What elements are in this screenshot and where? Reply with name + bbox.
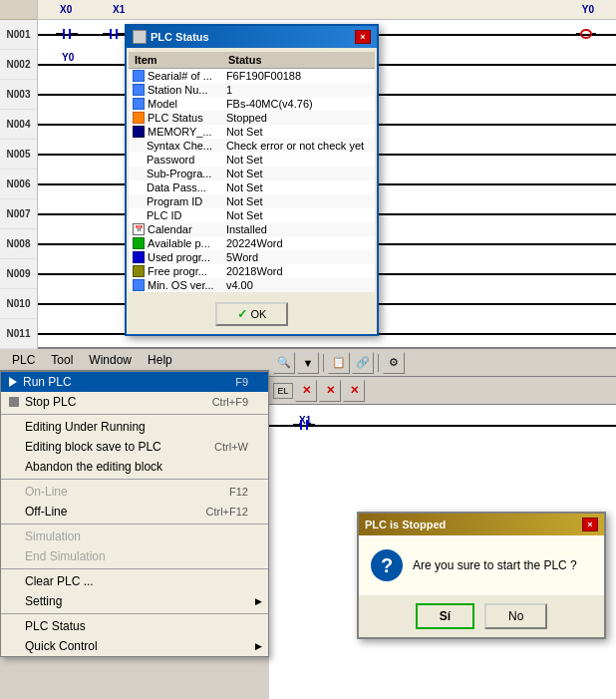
- si-button[interactable]: Sí: [416, 603, 474, 629]
- dialog-icon: [133, 30, 147, 44]
- menu-shortcut-0: F9: [235, 376, 248, 388]
- calendar-icon: 📅: [133, 223, 145, 235]
- menu-label-10: Simulation: [25, 529, 81, 543]
- status-row-value-2: FBs-40MC(v4.76): [222, 97, 375, 111]
- status-row-item-15: Min. OS ver...: [129, 278, 222, 292]
- menu-shortcut-1: Ctrl+F9: [212, 396, 248, 408]
- menu-item-run-plc[interactable]: Run PLCF9: [1, 372, 268, 392]
- monitor-icon: [133, 279, 145, 291]
- menu-help[interactable]: Help: [140, 351, 180, 369]
- rung-n003: N003: [0, 80, 37, 110]
- status-row-value-14: 20218Word: [222, 264, 375, 278]
- status-row-value-10: Not Set: [222, 208, 375, 222]
- menu-item-plc-status[interactable]: PLC Status: [1, 616, 268, 636]
- rung-numbers: N001 N002 N003 N004 N005 N006 N007 N008 …: [0, 0, 38, 349]
- rung-n002: N002: [0, 50, 37, 80]
- menu-shortcut-4: Ctrl+W: [214, 441, 248, 453]
- status-row-value-15: v4.00: [222, 278, 375, 292]
- clipboard-btn[interactable]: 📋: [328, 352, 350, 374]
- dialog-title: PLC Status: [151, 31, 209, 43]
- stopped-dialog-title: PLC is Stopped: [365, 519, 446, 530]
- y0-bottom-label: Y0: [62, 52, 74, 63]
- status-row-value-0: F6F190F00188: [222, 69, 375, 84]
- chip2-icon: [133, 251, 145, 263]
- menu-item-setting[interactable]: Setting: [1, 591, 268, 611]
- status-row-value-11: Installed: [222, 222, 375, 236]
- menu-shortcut-8: Ctrl+F12: [206, 506, 249, 518]
- menu-label-5: Abandon the editing block: [25, 460, 162, 474]
- status-row-item-12: Available p...: [129, 236, 222, 250]
- plc-status-dialog: PLC Status × Item Status Searial# of ...…: [125, 24, 379, 336]
- no-button[interactable]: No: [484, 603, 547, 629]
- question-icon: ?: [371, 549, 403, 581]
- menu-label-16: PLC Status: [25, 619, 86, 633]
- monitor-icon: [133, 70, 145, 82]
- x1-label: X1: [113, 4, 125, 15]
- status-row-item-7: Sub-Progra...: [129, 167, 222, 180]
- gear-btn[interactable]: ⚙: [383, 352, 405, 374]
- menu-item-editing-block-save-to-plc[interactable]: Editing block save to PLCCtrl+W: [1, 437, 268, 457]
- status-row-value-7: Not Set: [222, 167, 375, 180]
- toolbar-sep-2: [378, 354, 379, 372]
- menu-plc[interactable]: PLC: [4, 351, 43, 369]
- menu-separator-15: [1, 613, 268, 614]
- toolbar-box1[interactable]: EL: [273, 383, 293, 399]
- rung-n006: N006: [0, 170, 37, 199]
- menu-label-14: Setting: [25, 594, 62, 608]
- delete-btn-1[interactable]: ✕: [295, 380, 317, 402]
- menu-label-4: Editing block save to PLC: [25, 440, 161, 454]
- toolbar-sep-1: [323, 354, 324, 372]
- menu-item-editing-under-running[interactable]: Editing Under Running: [1, 417, 268, 437]
- status-row-item-3: PLC Status: [129, 111, 222, 125]
- dropdown-arrow-btn[interactable]: ▼: [297, 352, 319, 374]
- stopped-dialog-body: ? Are you sure to start the PLC ?: [359, 535, 604, 595]
- menu-item-abandon-the-editing-block[interactable]: Abandon the editing block: [1, 457, 268, 477]
- status-row-value-12: 20224Word: [222, 236, 375, 250]
- menu-window[interactable]: Window: [81, 351, 140, 369]
- status-row-value-3: Stopped: [222, 111, 375, 125]
- plc-dropdown-menu: Run PLCF9Stop PLCCtrl+F9Editing Under Ru…: [0, 371, 269, 657]
- run-icon: [9, 377, 17, 387]
- magnify-btn[interactable]: 🔍: [273, 352, 295, 374]
- status-row-value-9: Not Set: [222, 194, 375, 208]
- menu-label-11: End Simulation: [25, 549, 106, 563]
- menu-item-quick-control[interactable]: Quick Control: [1, 636, 268, 656]
- status-table: Item Status Searial# of ...F6F190F00188S…: [129, 52, 375, 292]
- status-row-value-1: 1: [222, 83, 375, 97]
- rung-n007: N007: [0, 199, 37, 229]
- status-row-value-5: Check error or not check yet: [222, 139, 375, 153]
- monitor-icon: [133, 98, 145, 110]
- delete-btn-3[interactable]: ✕: [343, 380, 365, 402]
- menu-separator-6: [1, 479, 268, 480]
- status-row-item-13: Used progr...: [129, 250, 222, 264]
- menu-bar: PLC Tool Window Help: [0, 349, 269, 371]
- menu-tool[interactable]: Tool: [43, 351, 81, 369]
- dialog-close-button[interactable]: ×: [355, 30, 371, 44]
- col-item-header: Item: [129, 52, 222, 69]
- orange-icon: [133, 112, 145, 124]
- menu-shortcut-7: F12: [229, 486, 248, 498]
- rung-n008: N008: [0, 229, 37, 259]
- status-row-value-8: Not Set: [222, 180, 375, 194]
- status-row-item-9: Program ID: [129, 194, 222, 208]
- rung-n001: N001: [0, 20, 37, 50]
- menu-label-0: Run PLC: [23, 375, 72, 389]
- rung-n004: N004: [0, 110, 37, 140]
- menu-item-simulation: Simulation: [1, 526, 268, 546]
- status-row-value-6: Not Set: [222, 153, 375, 167]
- link-btn[interactable]: 🔗: [352, 352, 374, 374]
- menu-item-stop-plc[interactable]: Stop PLCCtrl+F9: [1, 392, 268, 412]
- delete-btn-2[interactable]: ✕: [319, 380, 341, 402]
- status-row-item-4: MEMORY_...: [129, 125, 222, 139]
- status-row-item-5: Syntax Che...: [129, 139, 222, 153]
- status-row-item-8: Data Pass...: [129, 180, 222, 194]
- stopped-dialog-close[interactable]: ×: [582, 518, 598, 531]
- menu-item-clear-plc-...[interactable]: Clear PLC ...: [1, 571, 268, 591]
- ok-button[interactable]: ✓ OK: [215, 302, 289, 326]
- menu-item-off-line[interactable]: Off-LineCtrl+F12: [1, 502, 268, 522]
- menu-label-1: Stop PLC: [25, 395, 76, 409]
- rung-n009: N009: [0, 259, 37, 289]
- status-row-item-1: Station Nu...: [129, 83, 222, 97]
- menu-label-7: On-Line: [25, 485, 68, 499]
- stopped-dialog-text: Are you sure to start the PLC ?: [413, 558, 577, 572]
